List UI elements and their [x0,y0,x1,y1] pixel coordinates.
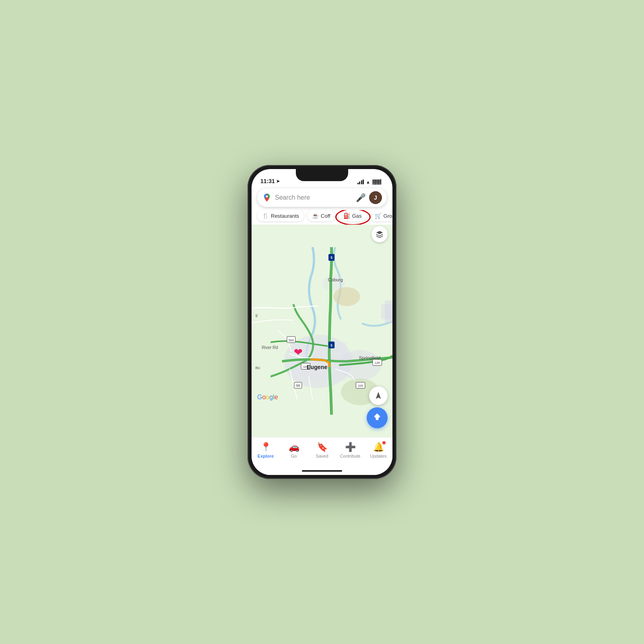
updates-badge-dot [382,441,386,444]
saved-label: Saved [316,454,328,458]
search-area: Search here 🎤 J [252,187,392,210]
phone-frame: 11:31 ➤ ▲ ▓▓▓▏ [248,165,396,479]
svg-rect-3 [381,304,392,320]
svg-text:99: 99 [296,384,300,388]
svg-text:River Rd: River Rd [262,345,278,350]
search-input[interactable]: Search here [275,194,353,201]
explore-label: Explore [258,454,274,458]
map-area[interactable]: 5 5 569 99 105 126 225 [252,225,392,437]
svg-text:5: 5 [330,343,332,347]
nav-go[interactable]: 🚗 Go [280,442,308,458]
svg-point-0 [266,196,268,198]
time-display: 11:31 [260,178,275,184]
layers-icon [376,230,384,238]
mic-icon[interactable]: 🎤 [356,193,366,202]
groceries-icon: 🛒 [375,213,382,219]
coffee-icon: ☕ [312,213,319,219]
groceries-chip[interactable]: 🛒 Groce [370,210,392,221]
gas-icon: ⛽ [343,213,350,219]
categories-row: 🍴 Restaurants ☕ Coff ⛽ Gas 🛒 Groce [252,210,392,225]
nav-updates[interactable]: 🔔 Updates [364,442,392,458]
status-icons: ▲ ▓▓▓▏ [357,179,384,184]
user-avatar[interactable]: J [369,191,382,204]
gas-chip[interactable]: ⛽ Gas [339,210,367,221]
maps-logo-icon [262,193,272,202]
svg-text:5: 5 [330,256,332,260]
svg-text:569: 569 [289,339,294,342]
nav-saved[interactable]: 🔖 Saved [308,442,336,458]
svg-text:126: 126 [375,361,380,365]
map-svg: 5 5 569 99 105 126 225 [252,225,392,437]
contribute-label: Contribute [340,454,361,458]
nav-contribute[interactable]: ➕ Contribute [336,442,364,458]
updates-badge-container: 🔔 [373,442,384,452]
svg-point-8 [333,287,360,306]
updates-label: Updates [370,454,387,458]
svg-text:Eugene: Eugene [307,364,327,370]
svg-text:Bo: Bo [255,365,260,370]
battery-icon: ▓▓▓▏ [372,179,384,184]
saved-icon: 🔖 [317,442,328,452]
svg-text:g: g [255,313,257,317]
home-bar [302,470,342,472]
location-arrow-icon [374,391,383,400]
layers-button[interactable] [372,226,388,242]
groceries-label: Groce [384,213,392,219]
restaurants-label: Restaurants [271,213,299,219]
nav-explore[interactable]: 📍 Explore [252,442,280,458]
directions-icon [372,413,382,423]
bottom-nav: 📍 Explore 🚗 Go 🔖 Saved ➕ Contribute 🔔 [252,437,392,467]
svg-text:Springfield: Springfield [359,355,381,360]
phone-screen: 11:31 ➤ ▲ ▓▓▓▏ [252,169,392,475]
restaurants-icon: 🍴 [262,213,269,219]
wifi-icon: ▲ [366,180,370,184]
restaurants-chip[interactable]: 🍴 Restaurants [257,210,304,221]
coffee-label: Coff [321,213,330,219]
gps-arrow-icon: ➤ [276,179,280,184]
google-watermark: Google [257,394,278,401]
contribute-icon: ➕ [345,442,356,452]
signal-icon [357,180,364,184]
home-indicator [252,467,392,475]
svg-text:Coburg: Coburg [328,277,343,282]
gas-label: Gas [352,213,362,219]
go-icon: 🚗 [289,442,299,452]
coffee-chip[interactable]: ☕ Coff [307,210,335,221]
my-location-button[interactable] [369,386,388,405]
notch [296,169,348,181]
go-label: Go [291,454,297,458]
explore-icon: 📍 [260,442,271,452]
heart-pin[interactable]: ❤ [294,346,303,359]
status-time: 11:31 ➤ [260,178,280,184]
svg-text:225: 225 [358,384,363,388]
search-bar[interactable]: Search here 🎤 J [257,188,387,207]
navigation-button[interactable] [367,407,388,428]
